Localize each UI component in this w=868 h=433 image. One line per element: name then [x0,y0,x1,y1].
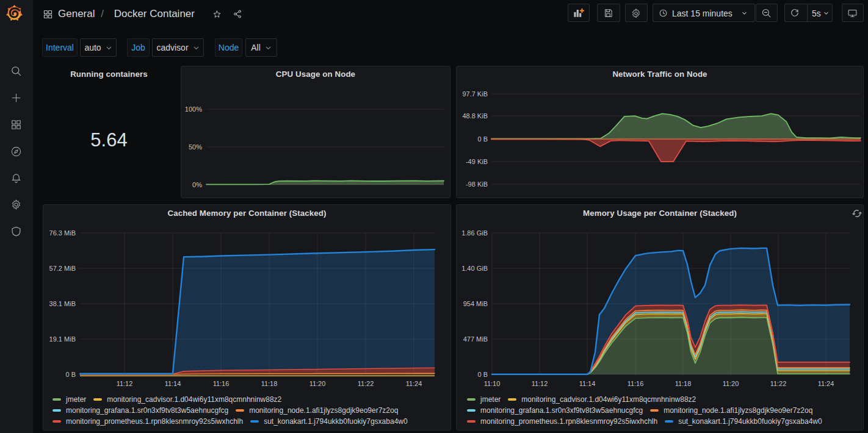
svg-text:57.2 MiB: 57.2 MiB [49,265,76,272]
svg-text:11:22: 11:22 [358,380,374,387]
svg-text:0 B: 0 B [65,371,76,378]
svg-text:11:18: 11:18 [675,380,692,387]
svg-text:11:12: 11:12 [117,380,133,387]
svg-text:48.8 KiB: 48.8 KiB [462,112,488,120]
svg-text:477 MiB: 477 MiB [463,335,488,343]
svg-text:97.7 KiB: 97.7 KiB [462,90,488,98]
svg-text:11:20: 11:20 [309,380,326,387]
svg-text:11:24: 11:24 [406,380,422,387]
svg-text:11:10: 11:10 [484,380,501,387]
svg-text:11:16: 11:16 [627,380,644,387]
svg-text:11:12: 11:12 [532,380,548,387]
svg-text:0%: 0% [192,181,202,188]
svg-text:0 B: 0 B [477,135,488,143]
svg-text:1.40 GiB: 1.40 GiB [461,265,488,272]
svg-text:76.3 MiB: 76.3 MiB [49,229,76,237]
svg-text:11:16: 11:16 [213,380,230,387]
svg-text:-49 KiB: -49 KiB [466,158,488,165]
svg-text:11:14: 11:14 [579,380,596,387]
svg-text:1.86 GiB: 1.86 GiB [461,229,488,237]
svg-text:11:20: 11:20 [723,380,739,387]
svg-text:0 B: 0 B [477,371,488,378]
svg-text:100%: 100% [185,106,202,113]
svg-text:38.1 MiB: 38.1 MiB [49,300,76,307]
svg-text:-98 KiB: -98 KiB [466,181,488,188]
svg-text:11:14: 11:14 [165,380,181,387]
svg-text:50%: 50% [189,143,202,151]
svg-text:19.1 MiB: 19.1 MiB [49,335,76,343]
svg-text:954 MiB: 954 MiB [463,300,488,307]
svg-text:11:24: 11:24 [818,380,834,387]
svg-text:11:18: 11:18 [261,380,278,387]
svg-text:11:22: 11:22 [770,380,787,387]
